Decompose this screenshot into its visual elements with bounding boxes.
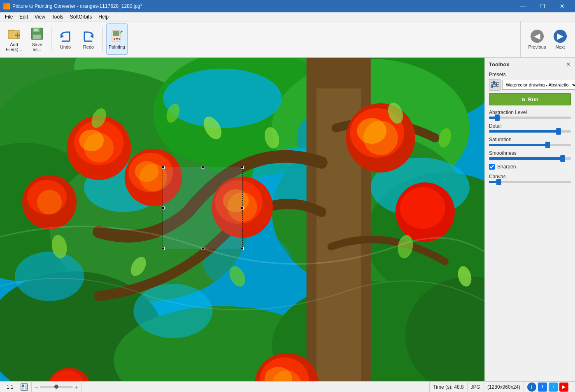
save-as-label: Saveas... xyxy=(32,42,42,52)
svg-point-69 xyxy=(223,189,249,212)
canvas-slider-row: Canvas xyxy=(489,174,571,183)
undo-button[interactable]: Undo xyxy=(55,23,76,55)
painting-button[interactable]: Painting xyxy=(106,23,128,55)
app-icon xyxy=(3,3,10,9)
format-section: JPG xyxy=(468,382,484,392)
title-bar-left: Picture to Painting Converter - oranges-… xyxy=(3,3,142,9)
close-button[interactable]: ✕ xyxy=(553,0,572,12)
previous-arrow-icon: ◀ xyxy=(531,30,544,43)
smoothness-track[interactable] xyxy=(489,157,571,160)
canvas-label: Canvas xyxy=(489,174,571,180)
toolbar-separator-2 xyxy=(102,27,103,51)
preset-icon xyxy=(489,79,501,91)
svg-rect-86 xyxy=(496,83,497,86)
menu-edit[interactable]: Edit xyxy=(16,13,31,21)
dimensions-section: (1280x960x24) xyxy=(484,382,524,392)
menu-view[interactable]: View xyxy=(31,13,49,21)
format-label: JPG xyxy=(471,384,480,390)
svg-rect-4 xyxy=(15,35,20,36)
youtube-button[interactable]: ▶ xyxy=(559,383,568,392)
abstraction-track[interactable] xyxy=(489,117,571,119)
previous-button[interactable]: ◀ Previous xyxy=(526,24,549,55)
redo-label: Redo xyxy=(83,44,94,49)
svg-point-59 xyxy=(400,187,445,229)
save-as-icon xyxy=(30,26,44,41)
svg-rect-90 xyxy=(25,385,27,387)
toolbox-header: Toolbox ✕ xyxy=(487,59,573,69)
save-as-button[interactable]: Saveas... xyxy=(26,23,48,55)
menu-softorbits[interactable]: SoftOrbits xyxy=(67,13,95,21)
zoom-plus[interactable]: + xyxy=(74,384,78,390)
saturation-track[interactable] xyxy=(489,144,571,146)
next-arrow-icon: ▶ xyxy=(554,30,567,43)
svg-rect-83 xyxy=(491,84,499,85)
svg-rect-85 xyxy=(493,81,495,84)
time-value: 48.8 xyxy=(454,384,463,390)
svg-rect-89 xyxy=(22,385,24,387)
canvas-thumb[interactable] xyxy=(496,179,501,185)
abstraction-thumb[interactable] xyxy=(495,114,500,121)
twitter-button[interactable]: t xyxy=(549,383,558,392)
svg-rect-7 xyxy=(34,29,38,31)
zoom-track[interactable] xyxy=(40,386,73,388)
sharpen-row: Sharpen xyxy=(489,164,571,170)
svg-point-14 xyxy=(116,38,118,40)
zoom-thumb[interactable] xyxy=(54,385,58,389)
undo-icon xyxy=(58,29,73,44)
svg-point-39 xyxy=(133,284,212,338)
saturation-slider-row: Saturation xyxy=(489,137,571,146)
svg-point-67 xyxy=(357,118,386,144)
presets-label: Presets xyxy=(489,72,571,77)
smoothness-slider-row: Smoothness xyxy=(489,150,571,160)
zoom-minus[interactable]: − xyxy=(35,384,38,390)
redo-button[interactable]: Redo xyxy=(78,23,99,55)
svg-point-68 xyxy=(135,161,159,182)
svg-point-13 xyxy=(114,38,115,40)
nav-area: ◀ Previous ▶ Next xyxy=(520,21,572,58)
run-label: Run xyxy=(528,96,538,103)
status-bar: 1:1 − + Time (s): 48.8 JPG (1280x960x24)… xyxy=(0,381,575,392)
minimize-button[interactable]: — xyxy=(513,0,532,12)
info-button[interactable]: i xyxy=(527,383,536,392)
main-area: Toolbox ✕ Presets Watercolor xyxy=(0,58,575,381)
add-files-icon xyxy=(7,26,21,41)
abstraction-label: Abstraction Level xyxy=(489,110,571,115)
saturation-thumb[interactable] xyxy=(545,142,550,148)
preset-select[interactable]: Watercolor drawing - Abstractio xyxy=(502,80,575,90)
toolbar: AddFile(s)... Saveas... Undo xyxy=(0,21,575,58)
svg-point-15 xyxy=(119,38,120,40)
sharpen-label[interactable]: Sharpen xyxy=(497,164,516,170)
painting-label: Painting xyxy=(109,44,125,49)
detail-thumb[interactable] xyxy=(556,128,561,135)
maximize-button[interactable]: ❐ xyxy=(533,0,552,12)
add-files-label: AddFile(s)... xyxy=(6,42,22,52)
painting-icon xyxy=(109,29,124,44)
undo-label: Undo xyxy=(60,44,71,49)
svg-rect-92 xyxy=(25,387,27,390)
window-controls: — ❐ ✕ xyxy=(513,0,572,12)
facebook-button[interactable]: f xyxy=(538,383,547,392)
preset-row: Watercolor drawing - Abstractio xyxy=(489,79,571,91)
menu-tools[interactable]: Tools xyxy=(49,13,67,21)
canvas-area[interactable] xyxy=(0,58,484,381)
time-section: Time (s): 48.8 xyxy=(430,382,467,392)
next-button[interactable]: ▶ Next xyxy=(549,24,572,55)
zoom-ratio: 1:1 xyxy=(7,384,14,390)
toolbox-title: Toolbox xyxy=(489,61,510,68)
view-mode-icon xyxy=(21,383,28,391)
canvas-track[interactable] xyxy=(489,181,571,183)
svg-rect-87 xyxy=(491,85,493,88)
window-title: Picture to Painting Converter - oranges-… xyxy=(12,3,142,9)
svg-point-66 xyxy=(79,129,104,151)
toolbox-close-button[interactable]: ✕ xyxy=(566,61,571,68)
menu-help[interactable]: Help xyxy=(95,13,112,21)
detail-track[interactable] xyxy=(489,130,571,133)
sharpen-checkbox[interactable] xyxy=(489,164,495,170)
run-button[interactable]: » Run xyxy=(489,93,571,105)
add-files-button[interactable]: AddFile(s)... xyxy=(3,23,25,55)
svg-point-32 xyxy=(163,69,282,128)
abstraction-slider-row: Abstraction Level xyxy=(489,110,571,119)
menu-file[interactable]: File xyxy=(2,13,16,21)
smoothness-thumb[interactable] xyxy=(560,155,565,162)
saturation-label: Saturation xyxy=(489,137,571,142)
